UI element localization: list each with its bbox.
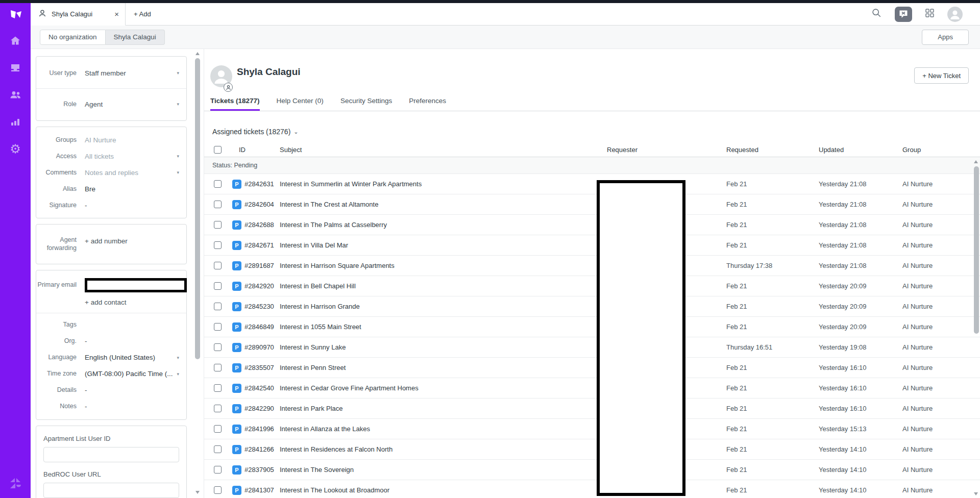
ticket-id[interactable]: #2842688 — [244, 221, 274, 229]
add-number-button[interactable]: + add number — [85, 236, 179, 246]
tags-value[interactable] — [85, 320, 179, 330]
table-row[interactable]: P #2841266 Interest in Residences at Fal… — [204, 439, 980, 460]
ticket-subject[interactable]: Interest in The Lookout at Broadmoor — [280, 486, 607, 494]
ticket-subject[interactable]: Interest in Villa Del Mar — [280, 241, 607, 249]
breadcrumb-org-tab[interactable]: No organization — [40, 30, 106, 45]
row-checkbox[interactable] — [214, 384, 222, 392]
ticket-id[interactable]: #2835507 — [244, 364, 274, 371]
signature-value[interactable]: - — [85, 200, 179, 210]
column-header-id[interactable]: ID — [230, 146, 280, 154]
row-checkbox[interactable] — [214, 343, 222, 351]
breadcrumb-user-tab[interactable]: Shyla Calagui — [106, 30, 165, 45]
row-checkbox[interactable] — [214, 364, 222, 371]
close-tab-icon[interactable]: × — [114, 10, 119, 18]
org-field[interactable]: Org. - — [36, 333, 186, 350]
profile-avatar[interactable] — [947, 7, 963, 22]
ticket-subject[interactable]: Interest in Sunny Lake — [280, 343, 607, 351]
row-checkbox[interactable] — [214, 282, 222, 290]
table-row[interactable]: P #2841996 Interest in Allanza at the La… — [204, 419, 980, 439]
table-row[interactable]: P #2842604 Interest in The Crest at Alta… — [204, 194, 980, 215]
scroll-up-arrow[interactable] — [974, 160, 978, 163]
ticket-id[interactable]: #2842671 — [244, 241, 274, 249]
row-checkbox[interactable] — [214, 303, 222, 310]
admin-gear-icon[interactable]: ⚙ — [9, 142, 22, 156]
column-header-group[interactable]: Group — [902, 146, 980, 154]
row-checkbox[interactable] — [214, 241, 222, 249]
column-header-updated[interactable]: Updated — [819, 146, 902, 154]
ticket-subject[interactable]: Interest in 1055 Main Street — [280, 323, 607, 331]
table-row[interactable]: P #2891687 Interest in Harrison Square A… — [204, 256, 980, 276]
column-header-requester[interactable]: Requester — [607, 146, 726, 154]
signature-field[interactable]: Signature - — [36, 197, 186, 213]
ticket-id[interactable]: #2846849 — [244, 323, 274, 331]
tab-tickets[interactable]: Tickets (18277) — [210, 97, 260, 111]
row-checkbox[interactable] — [214, 221, 222, 229]
ticket-id[interactable]: #2841307 — [244, 486, 274, 494]
table-row[interactable]: P #2835507 Interest in Penn Street Feb 2… — [204, 358, 980, 378]
user-type-select[interactable]: Staff member▾ — [85, 68, 179, 78]
ticket-subject[interactable]: Interest in Cedar Grove Fine Apartment H… — [280, 384, 607, 392]
workspace-tab-user[interactable]: Shyla Calagui × — [31, 3, 126, 26]
ticket-subject[interactable]: Interest in Harrison Grande — [280, 303, 607, 310]
views-icon[interactable] — [9, 61, 22, 74]
groups-field[interactable]: Groups AI Nurture — [36, 132, 186, 148]
table-row[interactable]: P #2842290 Interest in Park Place Feb 21… — [204, 399, 980, 419]
tab-preferences[interactable]: Preferences — [409, 97, 446, 111]
ticket-subject[interactable]: Interest in The Crest at Altamonte — [280, 201, 607, 208]
row-checkbox[interactable] — [214, 405, 222, 412]
details-value[interactable]: - — [85, 385, 179, 395]
ticket-id[interactable]: #2842920 — [244, 282, 274, 290]
table-row[interactable]: P #2846849 Interest in 1055 Main Street … — [204, 317, 980, 337]
ticket-id[interactable]: #2842290 — [244, 405, 274, 412]
ticket-id[interactable]: #2837905 — [244, 466, 274, 474]
ticket-id[interactable]: #2890970 — [244, 343, 274, 351]
language-field[interactable]: Language English (United States)▾ — [36, 350, 186, 366]
ticket-id[interactable]: #2842631 — [244, 180, 274, 188]
select-all-checkbox[interactable] — [214, 146, 222, 154]
ticket-subject[interactable]: Interest in Summerlin at Winter Park Apa… — [280, 180, 607, 188]
ticket-subject[interactable]: Interest in Park Place — [280, 405, 607, 412]
row-checkbox[interactable] — [214, 486, 222, 494]
tab-security-settings[interactable]: Security Settings — [340, 97, 392, 111]
comments-field[interactable]: Comments Notes and replies▾ — [36, 164, 186, 181]
org-value[interactable]: - — [85, 336, 179, 346]
table-row[interactable]: P #2841307 Interest in The Lookout at Br… — [204, 480, 980, 498]
reporting-icon[interactable] — [9, 115, 22, 129]
ticket-id[interactable]: #2841996 — [244, 425, 274, 433]
table-row[interactable]: P #2837905 Interest in The Sovereign Feb… — [204, 460, 980, 480]
tags-field[interactable]: Tags — [36, 317, 186, 333]
user-type-field[interactable]: User type Staff member▾ — [36, 61, 186, 85]
ticket-subject[interactable]: Interest in The Sovereign — [280, 466, 607, 474]
add-tab-button[interactable]: + Add — [126, 3, 159, 25]
ticket-subject[interactable]: Interest in Harrison Square Apartments — [280, 262, 607, 269]
notes-value[interactable]: - — [85, 402, 179, 412]
alias-value[interactable]: Bre — [85, 184, 179, 194]
row-checkbox[interactable] — [214, 466, 222, 474]
notes-field[interactable]: Notes - — [36, 399, 186, 415]
role-select[interactable]: Agent▾ — [85, 99, 179, 109]
apps-grid-icon[interactable] — [925, 9, 934, 19]
column-header-subject[interactable]: Subject — [280, 146, 607, 154]
comments-select[interactable]: Notes and replies▾ — [85, 167, 179, 178]
scroll-down-arrow[interactable] — [195, 491, 200, 494]
row-checkbox[interactable] — [214, 323, 222, 331]
scroll-down-arrow[interactable] — [974, 492, 978, 495]
assigned-tickets-dropdown[interactable]: Assigned tickets (18276) ⌄ — [212, 127, 980, 137]
column-header-requested[interactable]: Requested — [726, 146, 819, 154]
ticket-subject[interactable]: Interest in Residences at Falcon North — [280, 445, 607, 453]
ticket-id[interactable]: #2842540 — [244, 384, 274, 392]
add-contact-button[interactable]: + add contact — [85, 298, 126, 306]
apps-button[interactable]: Apps — [922, 30, 969, 45]
tab-help-center[interactable]: Help Center (0) — [277, 97, 324, 111]
row-checkbox[interactable] — [214, 425, 222, 433]
home-icon[interactable] — [9, 34, 22, 47]
ticket-subject[interactable]: Interest in Penn Street — [280, 364, 607, 371]
apartment-list-user-id-input[interactable] — [43, 447, 179, 462]
table-row[interactable]: P #2842540 Interest in Cedar Grove Fine … — [204, 378, 980, 399]
ticket-id[interactable]: #2891687 — [244, 262, 274, 269]
messaging-icon[interactable] — [895, 7, 912, 22]
language-select[interactable]: English (United States)▾ — [85, 353, 179, 363]
ticket-id[interactable]: #2841266 — [244, 445, 274, 453]
customers-icon[interactable] — [9, 88, 22, 102]
access-field[interactable]: Access All tickets▾ — [36, 148, 186, 164]
